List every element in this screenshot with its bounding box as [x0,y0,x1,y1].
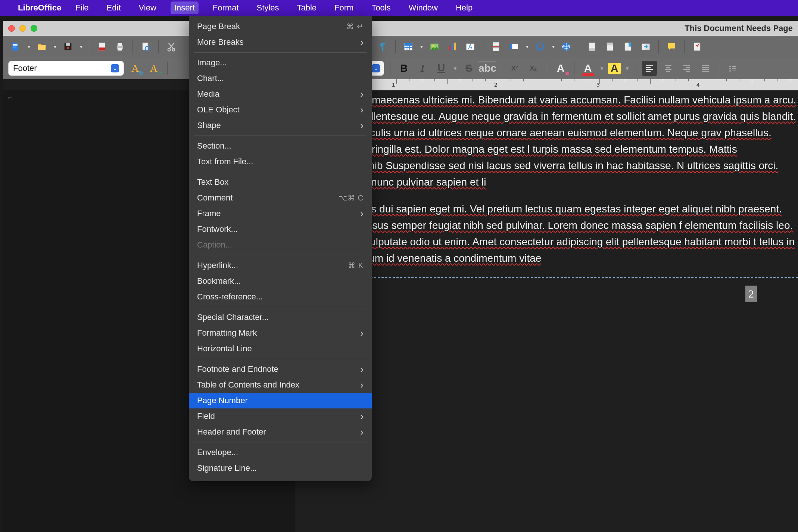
clear-format-button[interactable]: A✖ [553,61,568,76]
insert-menu-special-character[interactable]: Special Character... [189,309,372,325]
menu-edit[interactable]: Edit [103,1,125,14]
overline-button[interactable]: abc [480,61,495,76]
open-icon[interactable] [34,39,49,54]
insert-menu-page-break[interactable]: Page Break⌘ ↵ [189,19,372,34]
align-right-button[interactable] [679,61,694,76]
insert-bookmark-icon[interactable] [620,39,635,54]
svg-point-39 [729,66,731,67]
insert-menu-table-of-contents-and-index[interactable]: Table of Contents and Index [189,377,372,393]
insert-menu-frame[interactable]: Frame [189,206,372,221]
minimize-icon[interactable] [19,25,26,32]
new-style-icon[interactable]: A+ [146,61,161,76]
insert-menu-envelope[interactable]: Envelope... [189,445,372,460]
insert-menu-cross-reference[interactable]: Cross-reference... [189,289,372,305]
insert-menu-media[interactable]: Media [189,86,372,102]
insert-menu-horizontal-line[interactable]: Horizontal Line [189,341,372,357]
menu-file[interactable]: File [72,1,92,14]
insert-chart-icon[interactable] [445,39,460,54]
insert-menu-chart[interactable]: Chart... [189,71,372,86]
insert-menu-hyperlink[interactable]: Hyperlink...⌘ K [189,258,372,273]
underline-button[interactable]: U [434,61,449,76]
insert-menu-fontwork[interactable]: Fontwork... [189,221,372,237]
cut-icon[interactable] [164,39,179,54]
table-dropdown-icon[interactable]: ▾ [419,39,424,54]
svg-rect-28 [510,44,512,49]
subscript-button[interactable]: X₂ [526,61,541,76]
insert-field-icon[interactable] [506,39,521,54]
track-changes-icon[interactable] [690,39,705,54]
insert-hyperlink-icon[interactable] [559,39,574,54]
insert-menu-comment[interactable]: Comment⌥⌘ C [189,190,372,206]
paragraph-style-dropdown[interactable]: Footer ⌄ [8,61,124,76]
menu-insert[interactable]: Insert [171,1,199,14]
save-icon[interactable] [60,39,75,54]
formatting-toolbar: Footer ⌄ A↻ A+ ⌄ B I U ▾ S abc X² X₂ A✖ … [3,57,798,79]
chevron-right-icon [360,426,364,438]
save-dropdown-icon[interactable]: ▾ [78,39,84,54]
insert-menu-footnote-and-endnote[interactable]: Footnote and Endnote [189,361,372,377]
insert-comment-icon[interactable] [664,39,679,54]
menu-view[interactable]: View [135,1,160,14]
special-dropdown-icon[interactable]: ▾ [551,39,556,54]
new-dropdown-icon[interactable]: ▾ [26,39,31,54]
menu-shortcut: ⌘ ↵ [346,22,364,31]
underline-dropdown-icon[interactable]: ▾ [452,61,458,76]
bullet-list-button[interactable] [725,61,740,76]
insert-cross-ref-icon[interactable] [638,39,653,54]
app-window: This Document Needs Page ▾ ▾ ▾ ¶ ▾ A ▾ Ω… [3,21,798,532]
align-center-button[interactable] [661,61,676,76]
insert-table-icon[interactable] [401,39,416,54]
print-icon[interactable] [112,39,127,54]
ruler-num: 2 [494,81,497,88]
new-doc-icon[interactable] [8,39,23,54]
menu-window[interactable]: Window [405,1,442,14]
menu-item-label: Envelope... [197,448,364,457]
menu-tools[interactable]: Tools [368,1,394,14]
menu-format[interactable]: Format [209,1,243,14]
highlight-dropdown-icon[interactable]: ▾ [624,61,630,76]
strike-button[interactable]: S [461,61,476,76]
insert-menu-text-from-file[interactable]: Text from File... [189,154,372,169]
field-dropdown-icon[interactable]: ▾ [524,39,530,54]
insert-menu-section[interactable]: Section... [189,138,372,154]
bold-button[interactable]: B [396,61,411,76]
insert-menu-signature-line[interactable]: Signature Line... [189,460,372,476]
align-justify-button[interactable] [698,61,713,76]
insert-special-char-icon[interactable]: Ω [533,39,548,54]
menu-styles[interactable]: Styles [253,1,283,14]
insert-pagebreak-icon[interactable] [489,39,504,54]
insert-menu-field[interactable]: Field [189,408,372,424]
menu-help[interactable]: Help [452,1,476,14]
close-icon[interactable] [8,25,15,32]
font-color-button[interactable]: A [580,61,595,76]
open-dropdown-icon[interactable]: ▾ [52,39,57,54]
insert-menu-ole-object[interactable]: OLE Object [189,102,372,118]
italic-button[interactable]: I [415,61,430,76]
insert-menu-formatting-mark[interactable]: Formatting Mark [189,325,372,341]
insert-menu-page-number[interactable]: Page Number [189,393,372,408]
formatting-marks-icon[interactable]: ¶ [375,39,390,54]
insert-endnote-icon[interactable] [585,39,599,54]
app-name[interactable]: LibreOffice [18,3,61,13]
insert-menu-header-and-footer[interactable]: Header and Footer [189,424,372,440]
zoom-icon[interactable] [31,25,37,32]
update-style-icon[interactable]: A↻ [128,61,143,76]
export-pdf-icon[interactable] [94,39,109,54]
superscript-button[interactable]: X² [507,61,522,76]
insert-menu-more-breaks[interactable]: More Breaks [189,34,372,50]
menu-item-label: Comment [197,193,339,203]
highlight-color-button[interactable]: A [608,63,621,74]
insert-menu-shape[interactable]: Shape [189,118,372,133]
font-color-dropdown-icon[interactable]: ▾ [599,61,604,76]
insert-menu-text-box[interactable]: Text Box [189,174,372,190]
insert-menu-caption: Caption... [189,237,372,253]
insert-menu-bookmark[interactable]: Bookmark... [189,273,372,289]
print-preview-icon[interactable] [138,39,153,54]
insert-footnote-icon[interactable] [602,39,617,54]
menu-table[interactable]: Table [293,1,320,14]
align-left-button[interactable] [642,61,657,76]
menu-form[interactable]: Form [331,1,357,14]
insert-menu-image[interactable]: Image... [189,55,372,71]
insert-textbox-icon[interactable]: A [463,39,478,54]
insert-image-icon[interactable] [427,39,442,54]
